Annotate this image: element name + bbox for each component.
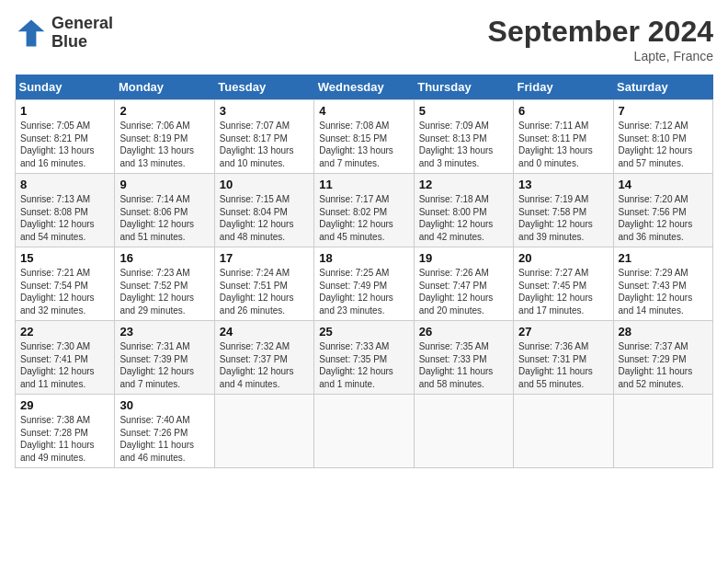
day-number: 4 [319, 104, 408, 118]
calendar-cell: 30 Sunrise: 7:40 AMSunset: 7:26 PMDaylig… [115, 395, 214, 468]
col-saturday: Saturday [613, 75, 712, 100]
day-info: Sunrise: 7:09 AMSunset: 8:13 PMDaylight:… [419, 120, 508, 169]
calendar-cell: 21 Sunrise: 7:29 AMSunset: 7:43 PMDaylig… [613, 247, 712, 321]
col-sunday: Sunday [16, 75, 115, 100]
day-info: Sunrise: 7:21 AMSunset: 7:54 PMDaylight:… [20, 267, 109, 316]
col-thursday: Thursday [414, 75, 513, 100]
day-info: Sunrise: 7:38 AMSunset: 7:28 PMDaylight:… [20, 414, 109, 464]
day-number: 11 [319, 178, 408, 191]
day-info: Sunrise: 7:18 AMSunset: 8:00 PMDaylight:… [419, 193, 508, 243]
day-number: 3 [220, 104, 309, 118]
day-info: Sunrise: 7:35 AMSunset: 7:33 PMDaylight:… [419, 340, 508, 390]
calendar-cell [414, 395, 513, 468]
day-info: Sunrise: 7:27 AMSunset: 7:45 PMDaylight:… [518, 267, 608, 316]
day-info: Sunrise: 7:23 AMSunset: 7:52 PMDaylight:… [119, 267, 209, 316]
calendar-week-0: 1 Sunrise: 7:05 AMSunset: 8:21 PMDayligh… [16, 100, 713, 174]
day-info: Sunrise: 7:08 AMSunset: 8:15 PMDaylight:… [319, 120, 408, 169]
day-info: Sunrise: 7:24 AMSunset: 7:51 PMDaylight:… [220, 267, 309, 316]
day-number: 18 [319, 251, 408, 265]
day-info: Sunrise: 7:31 AMSunset: 7:39 PMDaylight:… [119, 340, 209, 390]
day-number: 23 [119, 325, 209, 339]
calendar-cell: 2 Sunrise: 7:06 AMSunset: 8:19 PMDayligh… [115, 100, 214, 174]
calendar-cell: 24 Sunrise: 7:32 AMSunset: 7:37 PMDaylig… [214, 321, 313, 395]
calendar-cell: 20 Sunrise: 7:27 AMSunset: 7:45 PMDaylig… [514, 247, 613, 321]
day-info: Sunrise: 7:32 AMSunset: 7:37 PMDaylight:… [220, 340, 309, 390]
day-number: 10 [220, 178, 309, 191]
day-number: 8 [20, 178, 109, 191]
calendar-cell: 29 Sunrise: 7:38 AMSunset: 7:28 PMDaylig… [16, 395, 115, 468]
calendar-cell: 11 Sunrise: 7:17 AMSunset: 8:02 PMDaylig… [314, 174, 414, 247]
calendar-cell [314, 395, 414, 468]
calendar-cell: 7 Sunrise: 7:12 AMSunset: 8:10 PMDayligh… [613, 100, 712, 174]
calendar-cell: 4 Sunrise: 7:08 AMSunset: 8:15 PMDayligh… [314, 100, 414, 174]
day-number: 12 [419, 178, 508, 191]
calendar-cell: 3 Sunrise: 7:07 AMSunset: 8:17 PMDayligh… [214, 100, 313, 174]
calendar-cell: 17 Sunrise: 7:24 AMSunset: 7:51 PMDaylig… [214, 247, 313, 321]
day-info: Sunrise: 7:19 AMSunset: 7:58 PMDaylight:… [518, 193, 608, 243]
day-number: 15 [20, 251, 109, 265]
col-friday: Friday [514, 75, 613, 100]
calendar-cell: 6 Sunrise: 7:11 AMSunset: 8:11 PMDayligh… [514, 100, 613, 174]
calendar-cell: 26 Sunrise: 7:35 AMSunset: 7:33 PMDaylig… [414, 321, 513, 395]
calendar-cell: 18 Sunrise: 7:25 AMSunset: 7:49 PMDaylig… [314, 247, 414, 321]
day-info: Sunrise: 7:14 AMSunset: 8:06 PMDaylight:… [119, 193, 209, 243]
calendar-cell: 27 Sunrise: 7:36 AMSunset: 7:31 PMDaylig… [514, 321, 613, 395]
day-number: 19 [419, 251, 508, 265]
calendar-cell: 5 Sunrise: 7:09 AMSunset: 8:13 PMDayligh… [414, 100, 513, 174]
day-number: 25 [319, 325, 408, 339]
calendar-week-4: 29 Sunrise: 7:38 AMSunset: 7:28 PMDaylig… [16, 395, 713, 468]
calendar-week-2: 15 Sunrise: 7:21 AMSunset: 7:54 PMDaylig… [16, 247, 713, 321]
logo: General Blue [15, 15, 113, 52]
day-number: 22 [20, 325, 109, 339]
calendar-cell [514, 395, 613, 468]
col-wednesday: Wednesday [314, 75, 414, 100]
day-number: 30 [119, 398, 209, 412]
calendar-cell: 14 Sunrise: 7:20 AMSunset: 7:56 PMDaylig… [613, 174, 712, 247]
day-info: Sunrise: 7:36 AMSunset: 7:31 PMDaylight:… [518, 340, 608, 390]
day-info: Sunrise: 7:17 AMSunset: 8:02 PMDaylight:… [319, 193, 408, 243]
calendar-cell: 16 Sunrise: 7:23 AMSunset: 7:52 PMDaylig… [115, 247, 214, 321]
day-info: Sunrise: 7:11 AMSunset: 8:11 PMDaylight:… [518, 120, 608, 169]
calendar-cell: 19 Sunrise: 7:26 AMSunset: 7:47 PMDaylig… [414, 247, 513, 321]
calendar-cell: 23 Sunrise: 7:31 AMSunset: 7:39 PMDaylig… [115, 321, 214, 395]
svg-marker-0 [18, 19, 45, 46]
day-info: Sunrise: 7:05 AMSunset: 8:21 PMDaylight:… [20, 120, 109, 169]
day-number: 16 [119, 251, 209, 265]
day-number: 1 [20, 104, 109, 118]
day-info: Sunrise: 7:26 AMSunset: 7:47 PMDaylight:… [419, 267, 508, 316]
month-title: September 2024 [488, 15, 713, 49]
location: Lapte, France [488, 49, 713, 63]
day-number: 27 [518, 325, 608, 339]
day-info: Sunrise: 7:37 AMSunset: 7:29 PMDaylight:… [619, 340, 708, 390]
calendar-cell: 10 Sunrise: 7:15 AMSunset: 8:04 PMDaylig… [214, 174, 313, 247]
day-number: 26 [419, 325, 508, 339]
calendar-cell: 15 Sunrise: 7:21 AMSunset: 7:54 PMDaylig… [16, 247, 115, 321]
day-info: Sunrise: 7:12 AMSunset: 8:10 PMDaylight:… [619, 120, 708, 169]
day-number: 24 [220, 325, 309, 339]
calendar-week-3: 22 Sunrise: 7:30 AMSunset: 7:41 PMDaylig… [16, 321, 713, 395]
day-number: 2 [119, 104, 209, 118]
calendar-cell [613, 395, 712, 468]
col-tuesday: Tuesday [214, 75, 313, 100]
day-number: 14 [619, 178, 708, 191]
calendar-cell: 13 Sunrise: 7:19 AMSunset: 7:58 PMDaylig… [514, 174, 613, 247]
header-row: Sunday Monday Tuesday Wednesday Thursday… [16, 75, 713, 100]
day-number: 28 [619, 325, 708, 339]
title-area: September 2024 Lapte, France [488, 15, 713, 63]
day-number: 20 [518, 251, 608, 265]
day-number: 17 [220, 251, 309, 265]
logo-icon [15, 17, 48, 50]
page-header: General Blue September 2024 Lapte, Franc… [15, 15, 713, 63]
calendar-cell: 1 Sunrise: 7:05 AMSunset: 8:21 PMDayligh… [16, 100, 115, 174]
day-number: 9 [119, 178, 209, 191]
day-info: Sunrise: 7:25 AMSunset: 7:49 PMDaylight:… [319, 267, 408, 316]
day-number: 21 [619, 251, 708, 265]
col-monday: Monday [115, 75, 214, 100]
day-info: Sunrise: 7:40 AMSunset: 7:26 PMDaylight:… [119, 414, 209, 464]
day-info: Sunrise: 7:13 AMSunset: 8:08 PMDaylight:… [20, 193, 109, 243]
day-info: Sunrise: 7:30 AMSunset: 7:41 PMDaylight:… [20, 340, 109, 390]
logo-text: General Blue [51, 15, 113, 52]
calendar-cell: 12 Sunrise: 7:18 AMSunset: 8:00 PMDaylig… [414, 174, 513, 247]
day-number: 13 [518, 178, 608, 191]
day-number: 5 [419, 104, 508, 118]
